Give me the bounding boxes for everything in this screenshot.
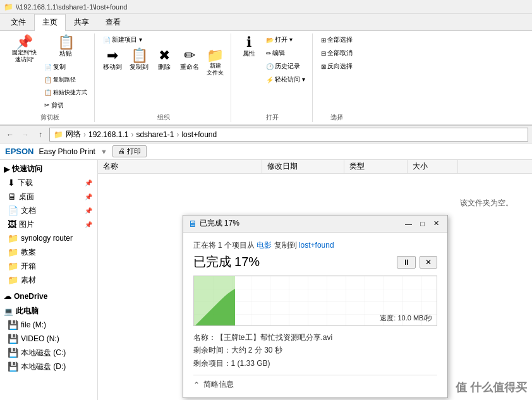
- paste-button[interactable]: 📋 粘贴: [41, 33, 90, 60]
- cut-button[interactable]: ✂ 剪切: [41, 99, 90, 112]
- organize-buttons: 📄 新建项目 ▾ ➡ 移动到 📋 复制到 ✖: [100, 33, 227, 112]
- deselect-all-button[interactable]: ⊟ 全部取消: [318, 47, 356, 59]
- file-area: 名称 修改日期 类型 大小 该文件夹为空。 🖥 已完成 17% — □ ✕ 正在…: [98, 160, 532, 400]
- dialog-minimize-button[interactable]: —: [403, 218, 414, 229]
- easy-access-icon: ⚡: [266, 76, 274, 83]
- move-to-button[interactable]: ➡ 移动到: [100, 47, 125, 78]
- edit-button[interactable]: ✏ 编辑: [263, 47, 308, 59]
- path-folder[interactable]: lost+found: [181, 130, 217, 139]
- new-folder-icon: 📁: [207, 49, 224, 63]
- invert-selection-button[interactable]: ⊠ 反向选择: [318, 60, 356, 73]
- dialog-title-icon: 🖥: [188, 219, 197, 229]
- invert-icon: ⊠: [321, 63, 326, 70]
- tab-home[interactable]: 主页: [34, 14, 66, 31]
- sidebar-item-synology[interactable]: 📁 synology router: [0, 231, 97, 245]
- time-remaining-label: 剩余时间：大约 2 分 30 秒: [193, 344, 437, 356]
- select-all-button[interactable]: ⊞ 全部选择: [318, 33, 356, 46]
- documents-icon: 📄: [8, 205, 18, 215]
- copy-to-button[interactable]: 📋 复制到: [126, 47, 152, 78]
- path-ip[interactable]: 192.168.1.1: [88, 130, 128, 139]
- dialog-overlay: 🖥 已完成 17% — □ ✕ 正在将 1 个项目从 电影 复制到 lost+f…: [98, 160, 532, 400]
- address-bar: ← → ↑ 📁 网络 › 192.168.1.1 › sdshare1-1 › …: [0, 126, 532, 143]
- this-pc-item[interactable]: 💻 此电脑: [0, 305, 97, 318]
- open-label: 打开: [266, 112, 279, 122]
- title-bar-icon: 📁: [4, 3, 13, 11]
- watermark: 值 什么值得买: [456, 380, 527, 395]
- ribbon-content: 📌 固定到"快速访问" 📋 粘贴 📄 复制 📋: [0, 31, 532, 125]
- rename-icon: ✏: [184, 49, 195, 63]
- tab-file[interactable]: 文件: [3, 14, 34, 30]
- delete-icon: ✖: [159, 49, 170, 63]
- address-path[interactable]: 📁 网络 › 192.168.1.1 › sdshare1-1 › lost+f…: [49, 128, 528, 142]
- pause-button[interactable]: ⏸: [397, 256, 416, 269]
- tab-share[interactable]: 共享: [66, 14, 97, 30]
- onedrive-icon: ☁: [4, 292, 11, 301]
- dialog-body: 正在将 1 个项目从 电影 复制到 lost+found 已完成 17% ⏸ ✕: [183, 233, 447, 397]
- path-network[interactable]: 网络: [66, 129, 81, 140]
- deselect-all-icon: ⊟: [321, 50, 326, 57]
- easy-access-button[interactable]: ⚡ 轻松访问 ▾: [263, 73, 308, 86]
- properties-button[interactable]: ℹ 属性: [236, 33, 262, 60]
- sidebar-item-file-m[interactable]: 💾 file (M:): [0, 318, 97, 332]
- sidebar-item-download[interactable]: ⬇ 下载 📌: [0, 176, 97, 190]
- new-item-icon: 📄: [103, 37, 111, 44]
- rename-button[interactable]: ✏ 重命名: [177, 47, 202, 78]
- copy-button[interactable]: 📄 复制: [41, 61, 90, 73]
- ribbon-group-select: ⊞ 全部选择 ⊟ 全部取消 ⊠ 反向选择 选择: [314, 33, 360, 122]
- new-item-button[interactable]: 📄 新建项目 ▾: [100, 33, 227, 46]
- sucai-icon: 📁: [8, 275, 18, 285]
- pin-icon: 📌: [16, 35, 33, 49]
- drive-n-icon: 💾: [8, 334, 18, 344]
- ribbon-tabs: 文件 主页 共享 查看: [0, 14, 532, 31]
- sidebar-item-local-d[interactable]: 💾 本地磁盘 (D:): [0, 360, 97, 373]
- sidebar-item-jiao'an[interactable]: 📁 教案: [0, 245, 97, 259]
- chevron-up-icon: ⌃: [193, 380, 200, 389]
- clipboard-label: 剪切板: [40, 112, 59, 122]
- print-button[interactable]: 🖨 打印: [112, 145, 147, 157]
- ribbon-group-organize: 📄 新建项目 ▾ ➡ 移动到 📋 复制到 ✖: [96, 33, 231, 122]
- quick-access-icon: ▶: [4, 165, 9, 174]
- forward-button[interactable]: →: [19, 128, 32, 141]
- delete-button[interactable]: ✖ 删除: [153, 47, 176, 78]
- epson-app-name: Easy Photo Print: [39, 147, 95, 156]
- sidebar-item-desktop[interactable]: 🖥 桌面 📌: [0, 190, 97, 203]
- file-name-label: 名称：【王牌te工】帮忙找资源吧分享.avi: [193, 331, 437, 344]
- sidebar-item-video-n[interactable]: 💾 VIDEO (N:): [0, 332, 97, 346]
- select-all-icon: ⊞: [321, 37, 326, 44]
- open-icon: 📂: [266, 37, 274, 44]
- sidebar-item-kaixiang[interactable]: 📁 开箱: [0, 259, 97, 273]
- dialog-close-button[interactable]: ✕: [431, 218, 442, 229]
- new-folder-button[interactable]: 📁 新建文件夹: [203, 47, 227, 78]
- dialog-maximize-button[interactable]: □: [417, 218, 428, 229]
- sidebar-item-documents[interactable]: 📄 文档 📌: [0, 203, 97, 217]
- history-icon: 🕐: [266, 63, 274, 70]
- quick-access-label: 快速访问: [12, 164, 42, 174]
- back-button[interactable]: ←: [4, 128, 16, 141]
- progress-percentage: 已完成 17%: [193, 253, 260, 270]
- sidebar-item-sucai[interactable]: 📁 素材: [0, 273, 97, 287]
- paste-icon: 📋: [57, 35, 75, 49]
- up-button[interactable]: ↑: [34, 128, 47, 141]
- sidebar-item-local-c[interactable]: 💾 本地磁盘 (C:): [0, 346, 97, 360]
- copy-path-button[interactable]: 📋 复制路径: [41, 74, 90, 86]
- onedrive-item[interactable]: ☁ OneDrive: [0, 291, 97, 302]
- copy-path-icon: 📋: [44, 76, 52, 83]
- clipboard-buttons: 📌 固定到"快速访问" 📋 粘贴 📄 复制 📋: [9, 33, 90, 112]
- properties-icon: ℹ: [246, 35, 251, 49]
- copy-to-icon: 📋: [131, 49, 148, 63]
- sidebar-item-pictures[interactable]: 🖼 图片 📌: [0, 217, 97, 231]
- edit-icon: ✏: [266, 50, 271, 57]
- history-button[interactable]: 🕐 历史记录: [263, 60, 308, 73]
- drive-m-icon: 💾: [8, 320, 18, 330]
- pin-quick-access-button[interactable]: 📌 固定到"快速访问": [9, 33, 40, 65]
- quick-access-header[interactable]: ▶ 快速访问: [0, 162, 97, 176]
- open-button[interactable]: 📂 打开 ▾: [263, 33, 308, 46]
- progress-controls: ⏸ ✕: [397, 256, 437, 269]
- stop-button[interactable]: ✕: [420, 256, 437, 269]
- brief-info-toggle[interactable]: ⌃ 简略信息: [193, 375, 437, 390]
- path-share[interactable]: sdshare1-1: [136, 130, 174, 139]
- tab-view[interactable]: 查看: [97, 14, 129, 30]
- ribbon: 文件 主页 共享 查看 📌 固定到"快速访问" 📋 粘贴 📄: [0, 14, 532, 126]
- paste-shortcut-button[interactable]: 📋 粘贴快捷方式: [41, 87, 90, 99]
- paste-shortcut-icon: 📋: [44, 89, 52, 96]
